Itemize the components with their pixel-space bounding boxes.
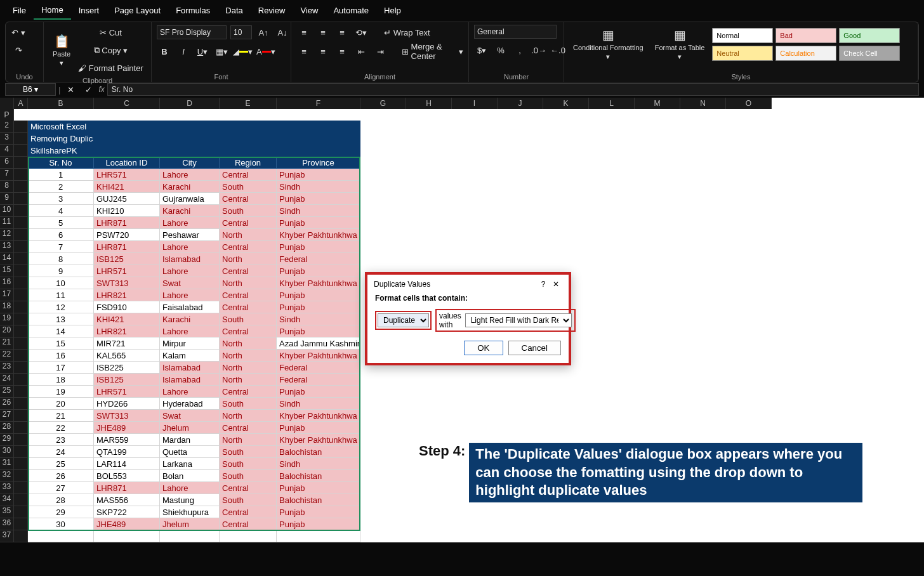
fx-icon[interactable]: fx (98, 85, 104, 94)
cell[interactable] (14, 374, 28, 386)
duplicate-type-select[interactable]: Duplicate (378, 313, 429, 327)
cell-city[interactable]: Faisalabad (160, 301, 220, 313)
cell[interactable] (14, 301, 28, 313)
cell[interactable] (14, 446, 28, 458)
cell-city[interactable]: Lahore (160, 217, 220, 229)
cell-sr[interactable]: 11 (28, 289, 94, 301)
menu-insert[interactable]: Insert (71, 2, 107, 19)
cell-location[interactable]: MAS556 (94, 494, 160, 506)
col-header[interactable]: A (14, 98, 28, 109)
cell-province[interactable]: Sindh (277, 398, 360, 410)
cell[interactable] (14, 145, 28, 157)
cell-sr[interactable]: 5 (28, 217, 94, 229)
cell-location[interactable]: KHI210 (94, 205, 160, 217)
cell-city[interactable]: Peshawar (160, 229, 220, 241)
cell-province[interactable]: Punjab (277, 482, 360, 494)
cell-province[interactable]: Punjab (277, 265, 360, 277)
table-header[interactable]: City (160, 157, 220, 169)
cancel-button[interactable]: Cancel (508, 341, 562, 355)
menu-formulas[interactable]: Formulas (168, 2, 218, 19)
cell-region[interactable]: North (220, 350, 277, 362)
cell[interactable] (14, 241, 28, 253)
column-headers[interactable]: ABCDEFGHIJKLMNOP (0, 98, 924, 121)
cell-region[interactable]: South (220, 205, 277, 217)
italic-button[interactable]: I (176, 44, 191, 59)
align-center-button[interactable]: ≡ (315, 44, 331, 59)
cell-province[interactable]: Punjab (277, 386, 360, 398)
close-button[interactable]: ✕ (550, 280, 562, 289)
row-header[interactable]: 28 (0, 422, 14, 434)
increase-indent-button[interactable]: ⇥ (373, 44, 388, 59)
cell-region[interactable]: South (220, 313, 277, 325)
cell-city[interactable]: Bolan (160, 470, 220, 482)
style-check-cell[interactable]: Check Cell (839, 46, 900, 61)
row-header[interactable]: 12 (0, 229, 14, 241)
cell-sr[interactable]: 27 (28, 482, 94, 494)
col-header[interactable]: C (94, 98, 160, 109)
row-header[interactable]: 13 (0, 241, 14, 253)
cell[interactable] (14, 530, 28, 542)
underline-button[interactable]: U▾ (195, 44, 210, 59)
cell[interactable] (14, 229, 28, 241)
cell-location[interactable]: LHR871 (94, 482, 160, 494)
cell-region[interactable]: South (220, 470, 277, 482)
align-bottom-button[interactable]: ≡ (334, 25, 350, 40)
cell-location[interactable]: ISB125 (94, 253, 160, 265)
format-as-table-button[interactable]: ▦ Format as Table▾ (651, 25, 709, 63)
orientation-button[interactable]: ⟲▾ (353, 25, 369, 40)
cell-location[interactable]: GUJ245 (94, 193, 160, 205)
row-header[interactable]: 37 (0, 530, 14, 542)
row-header[interactable]: 19 (0, 313, 14, 325)
cell[interactable] (160, 145, 220, 157)
name-box[interactable]: B6 ▾ (5, 83, 56, 96)
cell-sr[interactable]: 4 (28, 205, 94, 217)
cell-styles-gallery[interactable]: Normal Bad Good Neutral Calculation Chec… (712, 28, 900, 61)
cell-location[interactable]: MIR721 (94, 337, 160, 350)
row-header[interactable]: 35 (0, 506, 14, 518)
cell[interactable]: Removing Duplicates in Excel (28, 133, 94, 145)
col-header[interactable]: J (498, 98, 543, 109)
cell-sr[interactable]: 21 (28, 410, 94, 422)
row-header[interactable]: 17 (0, 289, 14, 301)
cell-region[interactable]: North (220, 362, 277, 374)
font-color-button[interactable]: A▾ (256, 44, 275, 59)
cell[interactable] (14, 422, 28, 434)
cell-sr[interactable]: 23 (28, 434, 94, 446)
cell-province[interactable]: Punjab (277, 301, 360, 313)
cell-region[interactable]: Central (220, 386, 277, 398)
cell-province[interactable]: Azad Jammu Kashmir (277, 337, 360, 350)
table-header[interactable]: Sr. No (28, 157, 94, 169)
cell[interactable] (14, 277, 28, 289)
cell[interactable] (277, 145, 360, 157)
cell-city[interactable]: Lahore (160, 482, 220, 494)
cell[interactable] (14, 121, 28, 133)
cell-region[interactable]: Central (220, 265, 277, 277)
cell[interactable] (160, 530, 220, 542)
cell-city[interactable]: Lahore (160, 265, 220, 277)
cell-region[interactable]: North (220, 277, 277, 289)
style-calculation[interactable]: Calculation (776, 46, 836, 61)
cell-location[interactable]: KHI421 (94, 181, 160, 193)
row-header[interactable]: 10 (0, 205, 14, 217)
cell-location[interactable]: LAR114 (94, 458, 160, 470)
format-select[interactable]: Light Red Fill with Dark Red Text (465, 313, 572, 327)
row-header[interactable]: 3 (0, 133, 14, 145)
cell-province[interactable]: Khyber Pakhtunkhwa (277, 350, 360, 362)
fill-color-button[interactable]: ◢▾ (233, 44, 253, 59)
cell-location[interactable]: LHR571 (94, 169, 160, 181)
cell[interactable]: SkillsharePK (28, 145, 94, 157)
cell-sr[interactable]: 1 (28, 169, 94, 181)
cell-province[interactable]: Sindh (277, 313, 360, 325)
row-header[interactable]: 31 (0, 458, 14, 470)
cell-region[interactable]: South (220, 181, 277, 193)
cell[interactable] (160, 121, 220, 133)
cell-province[interactable]: Punjab (277, 325, 360, 337)
style-bad[interactable]: Bad (776, 28, 836, 43)
accounting-format-button[interactable]: $▾ (474, 43, 489, 58)
borders-button[interactable]: ▦▾ (214, 44, 229, 59)
shrink-font-button[interactable]: A↓ (275, 25, 290, 40)
cell[interactable] (14, 217, 28, 229)
col-header[interactable]: G (360, 98, 406, 109)
cell-city[interactable]: Islamabad (160, 374, 220, 386)
decrease-decimal-button[interactable]: ←.0 (550, 43, 565, 58)
